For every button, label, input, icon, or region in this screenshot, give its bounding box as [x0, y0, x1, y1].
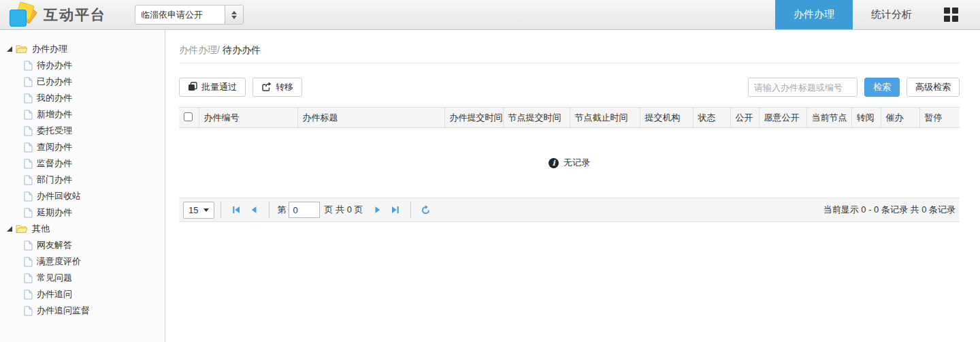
document-icon — [24, 126, 33, 136]
tab-statistics[interactable]: 统计分析 — [853, 0, 930, 29]
search-input[interactable] — [748, 78, 858, 97]
tab-case-handling[interactable]: 办件办理 — [775, 0, 853, 29]
document-icon — [24, 93, 33, 104]
tree-label: 办件办理 — [32, 43, 67, 55]
page-size-select[interactable]: 15 — [183, 202, 214, 219]
sidebar-item-faq[interactable]: 常见问题 — [22, 270, 165, 286]
sidebar-item-supervise-cases[interactable]: 监督办件 — [22, 155, 165, 172]
document-icon — [24, 142, 33, 153]
last-page-button[interactable] — [388, 202, 403, 217]
folder-icon — [16, 44, 28, 54]
sidebar-item-my-cases[interactable]: 我的办件 — [22, 90, 165, 106]
document-icon — [24, 110, 33, 120]
sidebar-item-satisfaction-rating[interactable]: 满意度评价 — [22, 253, 165, 270]
col-case-number[interactable]: 办件编号 — [199, 108, 297, 128]
document-icon — [24, 77, 33, 87]
breadcrumb-current: 待办办件 — [223, 44, 261, 55]
col-willing-public[interactable]: 愿意公开 — [759, 108, 806, 128]
tree-folder-case-handling[interactable]: 办件办理 — [5, 41, 165, 57]
col-current-node[interactable]: 当前节点 — [806, 108, 851, 128]
col-public[interactable]: 公开 — [730, 108, 759, 128]
document-icon — [24, 306, 33, 316]
page-root: 互动平台 临淄依申请公开 办件办理 统计分析 办件办理 — [0, 0, 980, 342]
document-icon — [24, 290, 33, 300]
info-icon: i — [549, 158, 559, 168]
sidebar-item-entrusted-acceptance[interactable]: 委托受理 — [22, 123, 165, 139]
transfer-button[interactable]: 转移 — [252, 78, 302, 97]
sidebar-item-case-recycle-bin[interactable]: 办件回收站 — [22, 188, 165, 204]
sidebar-item-case-followup-supervision[interactable]: 办件追问监督 — [22, 302, 165, 319]
sidebar-tree: 办件办理 待办办件 已办办件 我的办件 新增办件 委托受理 查阅办件 监督办件 … — [0, 30, 165, 342]
pagination-bar: 15 第 页 共 0 页 当前显示 0 - 0 条记录 共 0 条记录 — [179, 198, 960, 222]
document-icon — [24, 257, 33, 267]
next-page-button[interactable] — [370, 202, 385, 217]
empty-text: 无记录 — [564, 157, 590, 169]
select-all-checkbox[interactable] — [184, 112, 193, 121]
document-icon — [24, 273, 33, 283]
col-node-deadline[interactable]: 节点截止时间 — [570, 108, 640, 128]
col-forward-read[interactable]: 转阅 — [851, 108, 881, 128]
empty-state: i 无记录 — [179, 128, 960, 198]
pager-divider — [269, 202, 270, 218]
breadcrumb-parent: 办件办理/ — [179, 44, 220, 55]
app-header: 互动平台 临淄依申请公开 办件办理 统计分析 — [0, 0, 980, 30]
sidebar-item-delayed-cases[interactable]: 延期办件 — [22, 204, 165, 221]
apps-grid-icon[interactable] — [944, 7, 958, 22]
sidebar-item-case-followup[interactable]: 办件追问 — [22, 286, 165, 302]
col-case-title[interactable]: 办件标题 — [297, 108, 444, 128]
breadcrumb-divider — [179, 63, 960, 63]
refresh-icon[interactable] — [419, 202, 434, 217]
col-urge[interactable]: 催办 — [881, 108, 919, 128]
copy-icon — [188, 82, 197, 93]
cases-table: 办件编号 办件标题 办件提交时间 节点提交时间 节点截止时间 提交机构 状态 公… — [179, 107, 960, 128]
pager-divider — [410, 202, 411, 218]
batch-pass-button[interactable]: 批量通过 — [179, 78, 246, 97]
document-icon — [24, 175, 33, 185]
header-nav: 办件办理 统计分析 — [775, 0, 980, 29]
document-icon — [24, 208, 33, 218]
tree-expanded-icon[interactable] — [7, 46, 12, 52]
main-content: 办件办理/待办办件 批量通过 转移 检索 高级检索 — [165, 30, 980, 342]
page-number-input[interactable] — [289, 202, 320, 218]
chevron-down-icon — [203, 208, 209, 212]
share-icon — [261, 82, 272, 93]
toolbar: 批量通过 转移 检索 高级检索 — [179, 78, 960, 97]
sidebar-item-pending-cases[interactable]: 待办办件 — [22, 57, 165, 74]
tree-label: 其他 — [32, 223, 50, 235]
app-title: 互动平台 — [44, 5, 106, 25]
select-all-header[interactable] — [179, 108, 199, 128]
col-pause[interactable]: 暂停 — [919, 108, 960, 128]
col-node-submit-time[interactable]: 节点提交时间 — [503, 108, 570, 128]
first-page-button[interactable] — [229, 202, 244, 217]
page-count-label: 页 共 0 页 — [324, 204, 363, 216]
sidebar-item-view-cases[interactable]: 查阅办件 — [22, 139, 165, 155]
search-button[interactable]: 检索 — [864, 78, 900, 97]
breadcrumb: 办件办理/待办办件 — [179, 44, 960, 56]
site-select[interactable]: 临淄依申请公开 — [135, 5, 244, 25]
advanced-search-button[interactable]: 高级检索 — [906, 78, 960, 97]
app-logo-icon — [8, 3, 35, 27]
records-summary: 当前显示 0 - 0 条记录 共 0 条记录 — [823, 204, 956, 216]
table-header-row: 办件编号 办件标题 办件提交时间 节点提交时间 节点截止时间 提交机构 状态 公… — [179, 108, 960, 128]
tree-expanded-icon[interactable] — [7, 226, 12, 232]
page-prefix-label: 第 — [277, 204, 286, 216]
document-icon — [24, 61, 33, 71]
col-submit-org[interactable]: 提交机构 — [640, 108, 693, 128]
tree-folder-other[interactable]: 其他 — [5, 221, 165, 237]
search-area: 检索 高级检索 — [748, 78, 960, 97]
pager-divider — [220, 202, 221, 218]
select-spinner-icon[interactable] — [225, 5, 243, 24]
site-select-value: 临淄依申请公开 — [135, 9, 225, 21]
document-icon — [24, 240, 33, 251]
document-icon — [24, 191, 33, 202]
col-case-submit-time[interactable]: 办件提交时间 — [444, 108, 503, 128]
sidebar-item-done-cases[interactable]: 已办办件 — [22, 74, 165, 90]
folder-icon — [16, 224, 28, 234]
prev-page-button[interactable] — [246, 202, 261, 217]
sidebar-item-netizen-answers[interactable]: 网友解答 — [22, 237, 165, 253]
document-icon — [24, 159, 33, 169]
col-status[interactable]: 状态 — [693, 108, 730, 128]
sidebar-item-new-case[interactable]: 新增办件 — [22, 106, 165, 123]
sidebar-item-department-cases[interactable]: 部门办件 — [22, 172, 165, 188]
